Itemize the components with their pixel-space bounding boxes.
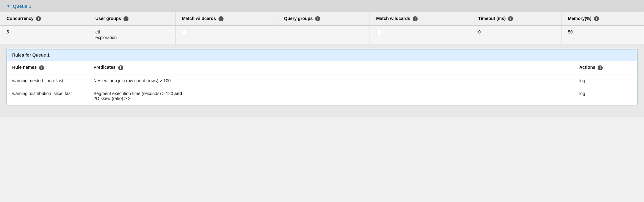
action-1: log (574, 74, 637, 87)
action-2: log (574, 87, 637, 105)
rule-name-1: warning_nested_loop_fast (7, 74, 88, 87)
col-header-match-wildcards-1: Match wildcards i (175, 12, 278, 25)
match-wildcards-1-info-icon[interactable]: i (219, 16, 224, 21)
timeout-ms-info-icon[interactable]: i (508, 16, 513, 21)
col-header-match-wildcards-2: Match wildcards i (370, 12, 472, 25)
predicate-2-and: and (174, 91, 182, 96)
user-groups-info-icon[interactable]: i (123, 16, 128, 21)
rules-header-row: Rule names i Predicates i Actions i (7, 61, 637, 74)
rule-row-1: warning_nested_loop_fast Nested loop joi… (7, 74, 637, 87)
queue-title: Queue 1 (13, 3, 31, 9)
user-group-exploration: exploration (95, 35, 169, 40)
match-wildcards-2-info-icon[interactable]: i (413, 16, 418, 21)
col-header-concurrency: Concurrency i (0, 12, 89, 25)
col-header-actions: Actions i (574, 61, 637, 74)
rules-table: Rule names i Predicates i Actions i warn… (7, 61, 637, 104)
queue-section: ▼ Queue 1 Concurrency i User groups i Ma… (0, 0, 644, 117)
concurrency-info-icon[interactable]: i (36, 16, 41, 21)
cell-match-wildcards-1 (175, 25, 278, 44)
match-wildcards-2-checkbox-cell (376, 29, 465, 35)
predicate-2-line2: I/O skew (ratio) > 2 (93, 96, 131, 101)
cell-timeout-ms: 0 (472, 25, 561, 44)
actions-info-icon[interactable]: i (598, 65, 603, 70)
col-header-query-groups: Query groups i (278, 12, 370, 25)
rule-row-2: warning_distribution_slice_fast Segment … (7, 87, 637, 105)
main-table: Concurrency i User groups i Match wildca… (0, 12, 644, 44)
cell-user-groups: etl exploration (89, 25, 175, 44)
col-header-timeout-ms: Timeout (ms) i (472, 12, 561, 25)
predicate-1-text: Nested loop join row count (rows) > 100 (93, 78, 171, 83)
predicate-1: Nested loop join row count (rows) > 100 (88, 74, 574, 87)
user-groups-list: etl exploration (95, 29, 169, 40)
cell-memory-pct: 50 (561, 25, 644, 44)
rule-names-info-icon[interactable]: i (39, 65, 44, 70)
col-header-predicates: Predicates i (88, 61, 574, 74)
match-wildcards-2-checkbox[interactable] (376, 30, 381, 35)
rules-header: Rules for Queue 1 (7, 49, 637, 61)
col-header-user-groups: User groups i (89, 12, 175, 25)
match-wildcards-1-checkbox-cell (182, 29, 271, 35)
cell-query-groups (278, 25, 370, 44)
col-header-memory-pct: Memory(%) i (561, 12, 644, 25)
predicate-2-line1: Segment execution time (seconds) > 120 a… (93, 91, 182, 96)
main-table-header-row: Concurrency i User groups i Match wildca… (0, 12, 644, 25)
cell-concurrency: 5 (0, 25, 89, 44)
table-row: 5 etl exploration (0, 25, 644, 44)
queue-header[interactable]: ▼ Queue 1 (0, 0, 644, 12)
query-groups-info-icon[interactable]: i (315, 16, 320, 21)
rule-name-2: warning_distribution_slice_fast (7, 87, 88, 105)
cell-match-wildcards-2 (370, 25, 472, 44)
predicates-info-icon[interactable]: i (118, 65, 123, 70)
user-group-etl: etl (95, 29, 169, 34)
rules-section: Rules for Queue 1 Rule names i Predicate… (7, 49, 637, 105)
main-table-wrapper: Concurrency i User groups i Match wildca… (0, 12, 644, 44)
bottom-padding (0, 110, 644, 117)
match-wildcards-1-checkbox[interactable] (182, 30, 187, 35)
col-header-rule-names: Rule names i (7, 61, 88, 74)
memory-pct-info-icon[interactable]: i (594, 16, 599, 21)
chevron-icon[interactable]: ▼ (7, 4, 10, 8)
predicate-2: Segment execution time (seconds) > 120 a… (88, 87, 574, 105)
